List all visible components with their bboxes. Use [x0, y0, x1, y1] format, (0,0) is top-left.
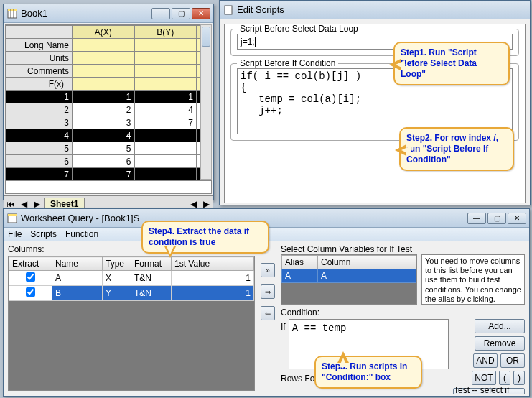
tab-prev-icon[interactable]: ◀	[18, 199, 29, 209]
minimize-button[interactable]: —	[151, 8, 170, 19]
script-icon	[223, 4, 234, 16]
rparen-button[interactable]: )	[513, 371, 525, 385]
select-vars-label: Select Column Variables for If Test	[281, 244, 525, 254]
table-row[interactable]: 337	[6, 116, 211, 129]
worksheet-window: Book1 — ▢ ✕ A(X) B(Y) Long Name Units Co…	[3, 4, 214, 200]
table-row[interactable]: 224	[6, 103, 211, 116]
table-row[interactable]: 66	[6, 155, 211, 168]
worksheet-grid[interactable]: A(X) B(Y) Long Name Units Comments F(x)=…	[5, 24, 212, 194]
callout-step4: Step4. Extract the data if condition is …	[141, 221, 269, 254]
and-button[interactable]: AND	[473, 353, 498, 368]
query-icon	[6, 213, 18, 224]
table-row[interactable]: 111	[6, 91, 211, 103]
edit-scripts-window: Edit Scripts Script Before Select Data L…	[219, 0, 531, 205]
remove-button[interactable]: Remove	[475, 336, 525, 351]
lparen-button[interactable]: (	[499, 371, 510, 385]
test-button[interactable]: Test -- select if true	[453, 388, 525, 394]
minimize-button[interactable]: —	[467, 213, 486, 224]
not-button[interactable]: NOT	[472, 371, 496, 385]
condition-label: Condition:	[281, 307, 525, 318]
alias-grid[interactable]: Alias Column A A	[281, 254, 417, 305]
table-row[interactable]: 44	[6, 129, 211, 142]
callout-step1: Step1. Run "Script Before Select Data Lo…	[393, 42, 510, 85]
titlebar[interactable]: Edit Scripts	[220, 1, 530, 19]
row-comments[interactable]: Comments	[6, 65, 73, 78]
col-name[interactable]: Name	[52, 257, 103, 271]
if-label: If	[281, 319, 286, 369]
maximize-button[interactable]: ▢	[487, 213, 506, 224]
extract-checkbox[interactable]	[26, 287, 35, 297]
callout-step3: Step3. Run scripts in "Condition:" box	[314, 356, 422, 389]
column-header-b[interactable]: B(Y)	[134, 26, 197, 39]
tab-next-icon[interactable]: ▶	[31, 199, 42, 209]
col-first[interactable]: 1st Value	[172, 257, 254, 271]
titlebar[interactable]: Book1 — ▢ ✕	[4, 4, 213, 23]
alias-header[interactable]: Alias	[282, 256, 318, 269]
hscroll-right-icon[interactable]: ▶	[200, 199, 212, 209]
window-title: Edit Scripts	[237, 4, 527, 15]
row-fx[interactable]: F(x)=	[6, 78, 73, 91]
menu-scripts[interactable]: Scripts	[30, 229, 57, 239]
group-label: Script Before Select Data Loop	[237, 24, 361, 34]
maximize-button[interactable]: ▢	[172, 8, 190, 19]
svg-rect-1	[8, 9, 17, 11]
transfer-buttons: » ⇒ ⇐	[259, 241, 276, 394]
svg-rect-6	[8, 214, 17, 216]
close-button[interactable]: ✕	[192, 8, 210, 19]
col-type[interactable]: Type	[103, 257, 131, 271]
vertical-scrollbar[interactable]	[200, 24, 212, 180]
worksheet-icon	[6, 8, 18, 19]
callout-step2: Step2. For row index i, run "Script Befo…	[399, 127, 514, 171]
col-extract[interactable]: Extract	[9, 257, 52, 271]
move-all-right-button[interactable]: »	[261, 263, 275, 277]
table-row[interactable]: 55	[6, 142, 211, 155]
move-left-button[interactable]: ⇐	[261, 306, 275, 320]
row-longname[interactable]: Long Name	[6, 39, 73, 52]
or-button[interactable]: OR	[500, 353, 525, 368]
window-title: Book1	[21, 8, 151, 19]
menu-function[interactable]: Function	[65, 229, 98, 239]
move-right-button[interactable]: ⇒	[261, 284, 275, 299]
table-row[interactable]: BYT&N1	[9, 286, 254, 301]
tab-first-icon[interactable]: ⏮	[5, 199, 17, 209]
columns-grid[interactable]: Extract Name Type Format 1st Value AXT&N…	[8, 256, 255, 391]
add-button[interactable]: Add...	[475, 319, 525, 333]
alias-row[interactable]: A A	[282, 269, 416, 283]
menu-file[interactable]: File	[8, 229, 22, 239]
close-button[interactable]: ✕	[508, 213, 526, 224]
hint-text: You need to move columns to this list be…	[421, 254, 525, 305]
row-units[interactable]: Units	[6, 52, 73, 65]
column-header[interactable]: Column	[318, 256, 416, 269]
column-header-a[interactable]: A(X)	[73, 26, 135, 39]
table-row[interactable]: AXT&N1	[9, 271, 254, 286]
svg-rect-4	[225, 6, 232, 14]
extract-checkbox[interactable]	[26, 272, 35, 282]
hscroll-left-icon[interactable]: ◀	[187, 199, 199, 209]
table-row[interactable]: 77	[6, 168, 211, 181]
group-label: Script Before If Condition	[237, 58, 338, 68]
